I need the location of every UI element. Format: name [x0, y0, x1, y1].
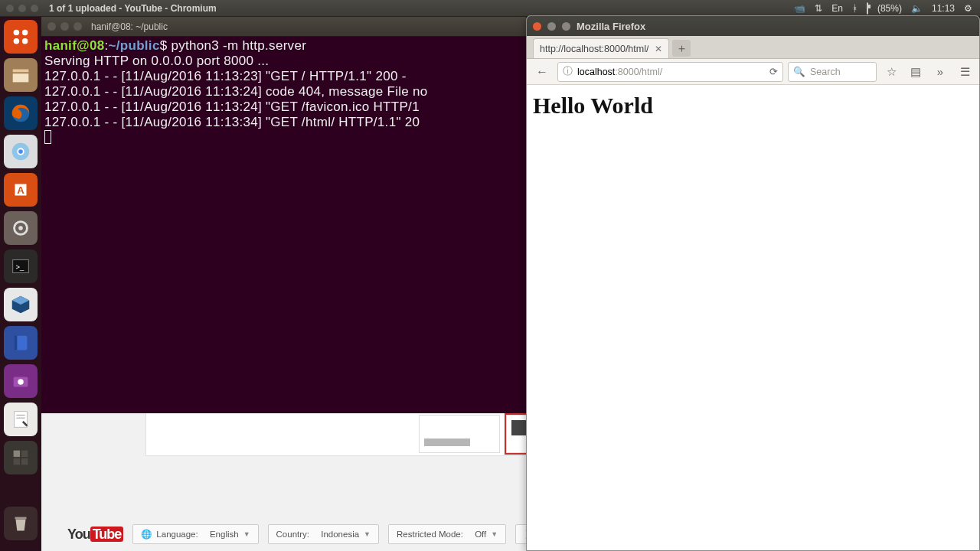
svg-text:A: A: [17, 184, 24, 196]
svg-rect-28: [21, 458, 28, 465]
youtube-logo[interactable]: YouTube: [67, 527, 123, 543]
virtualbox-icon[interactable]: [4, 288, 38, 321]
volume-icon[interactable]: 🔈: [911, 3, 923, 14]
svg-rect-25: [14, 451, 20, 457]
firefox-window[interactable]: Mozilla Firefox http://localhost:8000/ht…: [526, 15, 980, 551]
system-tray: 📹 ⇅ En ᚼ (85%) 🔈 11:13 ⚙: [794, 3, 980, 14]
terminal-icon[interactable]: >_: [4, 249, 38, 283]
terminal-titlebar[interactable]: hanif@08: ~/public: [41, 17, 526, 37]
ubuntu-menubar: 1 of 1 uploaded - YouTube - Chromium 📹 ⇅…: [0, 0, 980, 17]
firefox-tabstrip: http://localhost:8000/html/ ✕ ＋: [527, 36, 979, 59]
files-icon[interactable]: [4, 58, 38, 92]
svg-point-13: [18, 226, 23, 230]
info-icon[interactable]: ⓘ: [563, 65, 573, 78]
svg-point-3: [22, 38, 28, 44]
workspace-icon[interactable]: [4, 441, 38, 474]
camera-icon[interactable]: 📹: [794, 3, 805, 14]
close-icon[interactable]: [47, 22, 56, 31]
new-tab-button[interactable]: ＋: [672, 40, 691, 57]
overflow-icon[interactable]: »: [930, 62, 950, 82]
url-rest: :8000/html/: [615, 67, 662, 77]
gedit-icon[interactable]: [4, 403, 38, 436]
svg-rect-19: [15, 336, 18, 350]
firefox-page-content: Hello World: [527, 85, 979, 550]
tab-label: http://localhost:8000/html/: [540, 44, 648, 54]
network-icon[interactable]: ⇅: [815, 3, 822, 14]
firefox-toolbar: ← ⓘ localhost:8000/html/ ⟳ 🔍 Search ☆ ▤ …: [527, 59, 979, 85]
keyboard-indicator[interactable]: En: [831, 3, 843, 14]
terminal-title: hanif@08: ~/public: [91, 21, 168, 32]
video-thumbnail[interactable]: [419, 415, 500, 453]
trash-icon[interactable]: [4, 507, 38, 540]
screenshot-icon[interactable]: [4, 364, 38, 398]
svg-point-0: [14, 30, 20, 36]
minimize-icon[interactable]: [547, 22, 556, 31]
chevron-down-icon: ▼: [243, 530, 250, 538]
search-bar[interactable]: 🔍 Search: [788, 62, 877, 82]
svg-rect-4: [13, 70, 29, 73]
window-controls[interactable]: [0, 5, 44, 12]
url-host: localhost: [577, 67, 615, 77]
minimize-icon[interactable]: [60, 22, 69, 31]
terminal-body[interactable]: hanif@08:~/public$ python3 -m http.serve…: [41, 37, 526, 149]
bluetooth-icon[interactable]: ᚼ: [852, 3, 858, 14]
settings-icon[interactable]: [4, 211, 38, 245]
svg-rect-29: [15, 517, 27, 520]
terminal-command: python3 -m http.server: [171, 38, 306, 53]
battery-icon[interactable]: [867, 3, 868, 14]
close-icon[interactable]: [6, 5, 14, 12]
terminal-line: 127.0.0.1 - - [11/Aug/2016 11:13:24] "GE…: [44, 99, 420, 114]
globe-icon: 🌐: [141, 529, 152, 540]
svg-rect-5: [13, 73, 29, 82]
prompt-user: hanif@08: [44, 38, 105, 53]
country-dropdown[interactable]: Country: Indonesia ▼: [268, 524, 379, 544]
svg-point-9: [18, 149, 23, 154]
svg-point-21: [18, 379, 24, 385]
svg-point-2: [14, 38, 20, 44]
firefox-title: Mozilla Firefox: [577, 21, 645, 32]
clock[interactable]: 11:13: [932, 3, 955, 14]
search-placeholder: Search: [810, 67, 841, 77]
bookmark-star-icon[interactable]: ☆: [881, 62, 901, 82]
maximize-icon[interactable]: [562, 22, 570, 31]
restricted-mode-dropdown[interactable]: Restricted Mode: Off ▼: [388, 524, 506, 544]
maximize-icon[interactable]: [31, 5, 38, 12]
maximize-icon[interactable]: [74, 22, 82, 31]
dictionary-icon[interactable]: [4, 326, 38, 360]
search-icon: 🔍: [793, 66, 805, 77]
language-dropdown[interactable]: 🌐 Language: English ▼: [132, 524, 258, 544]
svg-rect-26: [21, 451, 28, 457]
terminal-cursor: [44, 130, 51, 144]
firefox-titlebar[interactable]: Mozilla Firefox: [527, 16, 979, 36]
terminal-line: 127.0.0.1 - - [11/Aug/2016 11:13:34] "GE…: [44, 115, 420, 129]
chevron-down-icon: ▼: [491, 530, 498, 538]
close-tab-icon[interactable]: ✕: [655, 44, 662, 54]
terminal-line: 127.0.0.1 - - [11/Aug/2016 11:13:24] cod…: [44, 84, 428, 99]
active-window-title: 1 of 1 uploaded - YouTube - Chromium: [49, 3, 217, 14]
dash-icon[interactable]: [4, 20, 38, 54]
prompt-path: ~/public: [109, 38, 160, 53]
reload-icon[interactable]: ⟳: [769, 66, 778, 77]
page-heading: Hello World: [533, 93, 973, 119]
minimize-icon[interactable]: [18, 5, 26, 12]
unity-launcher: A >_: [0, 17, 41, 551]
url-bar[interactable]: ⓘ localhost:8000/html/ ⟳: [557, 62, 783, 82]
software-center-icon[interactable]: A: [4, 173, 38, 207]
battery-percent: (85%): [877, 3, 902, 14]
terminal-window[interactable]: hanif@08: ~/public hanif@08:~/public$ py…: [41, 17, 526, 413]
chevron-down-icon: ▼: [364, 530, 371, 538]
chromium-icon[interactable]: [4, 135, 38, 168]
svg-rect-27: [14, 458, 20, 465]
svg-point-1: [22, 30, 28, 36]
library-icon[interactable]: ▤: [906, 62, 926, 82]
menu-icon[interactable]: ☰: [955, 62, 975, 82]
close-icon[interactable]: [533, 22, 541, 31]
svg-text:>_: >_: [15, 263, 24, 271]
terminal-line: 127.0.0.1 - - [11/Aug/2016 11:13:23] "GE…: [44, 69, 407, 83]
firefox-icon[interactable]: [4, 96, 38, 130]
browser-tab[interactable]: http://localhost:8000/html/ ✕: [533, 38, 669, 58]
back-button[interactable]: ←: [531, 62, 553, 82]
terminal-line: Serving HTTP on 0.0.0.0 port 8000 ...: [44, 54, 269, 68]
session-icon[interactable]: ⚙: [964, 3, 972, 14]
